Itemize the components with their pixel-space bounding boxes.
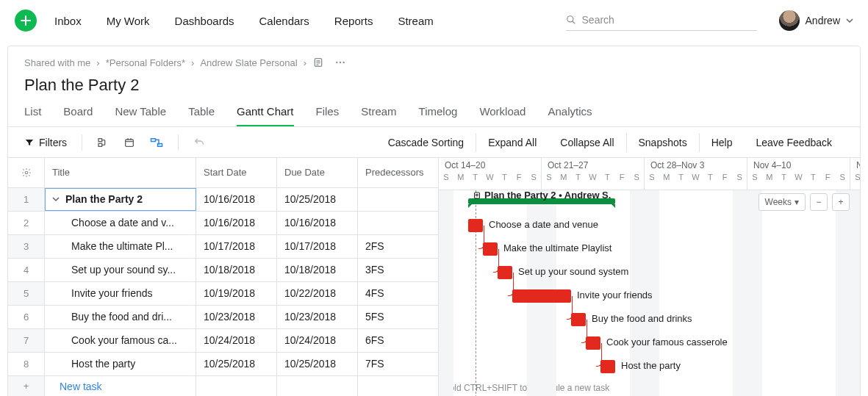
breadcrumb-item[interactable]: Shared with me (24, 57, 90, 68)
nav-inbox[interactable]: Inbox (54, 15, 82, 27)
predecessor-cell[interactable] (358, 212, 437, 234)
task-title-cell[interactable]: Buy the food and dri... (45, 306, 196, 328)
table-row[interactable]: 3Make the ultimate Pl...10/17/201810/17/… (8, 235, 438, 259)
due-date-cell[interactable]: 10/25/2018 (277, 188, 358, 211)
due-date-cell[interactable]: 10/24/2018 (277, 329, 358, 352)
search-placeholder: Search (582, 14, 614, 26)
week-label: Oct 28–Nov 3 (645, 158, 747, 173)
col-start[interactable]: Start Date (196, 158, 277, 187)
col-due[interactable]: Due Date (277, 158, 358, 187)
more-icon[interactable] (334, 57, 346, 68)
start-date-cell[interactable]: 10/16/2018 (196, 212, 277, 234)
description-icon[interactable] (312, 57, 324, 68)
task-title-cell[interactable]: Invite your friends (45, 282, 196, 305)
table-row[interactable]: 1Plan the Party 210/16/201810/25/2018 (8, 188, 438, 212)
due-date-cell[interactable]: 10/25/2018 (277, 353, 358, 375)
predecessor-cell[interactable] (358, 188, 437, 211)
zoom-out-button[interactable]: − (810, 193, 828, 211)
tab-newtable[interactable]: New Table (115, 105, 166, 126)
predecessor-cell[interactable]: 6FS (358, 329, 437, 352)
dependencies-icon[interactable] (150, 137, 163, 148)
cascade-sorting-button[interactable]: Cascade Sorting (376, 133, 476, 152)
grid-settings-icon[interactable] (8, 158, 45, 187)
task-title-cell[interactable]: Choose a date and v... (45, 212, 196, 234)
row-number: 3 (8, 235, 45, 258)
start-date-cell[interactable]: 10/24/2018 (196, 329, 277, 352)
table-row[interactable]: 7Cook your famous ca...10/24/201810/24/2… (8, 329, 438, 353)
tab-board[interactable]: Board (63, 105, 93, 126)
svg-point-7 (340, 62, 341, 63)
tab-timelog[interactable]: Timelog (419, 105, 458, 126)
breadcrumb-item[interactable]: *Personal Folders* (106, 57, 185, 68)
predecessor-cell[interactable]: 3FS (358, 259, 437, 281)
create-button[interactable] (15, 10, 37, 32)
due-date-cell[interactable]: 10/17/2018 (277, 235, 358, 258)
task-title-cell[interactable]: Cook your famous ca... (45, 329, 196, 352)
due-date-cell[interactable]: 10/18/2018 (277, 259, 358, 281)
dependency-arrow (567, 296, 573, 320)
predecessor-cell[interactable]: 7FS (358, 353, 437, 375)
expand-all-button[interactable]: Expand All (476, 133, 548, 152)
expand-tree-icon[interactable] (97, 137, 109, 148)
search-input[interactable]: Search (566, 11, 757, 31)
new-task-link[interactable]: New task (45, 376, 196, 396)
task-bar[interactable] (512, 289, 571, 303)
filters-button[interactable]: Filters (24, 137, 67, 148)
predecessor-cell[interactable]: 2FS (358, 235, 437, 258)
due-date-cell[interactable]: 10/16/2018 (277, 212, 358, 234)
help-button[interactable]: Help (699, 133, 745, 152)
nav-reports[interactable]: Reports (334, 15, 373, 27)
nav-mywork[interactable]: My Work (107, 15, 150, 27)
predecessor-cell[interactable]: 5FS (358, 306, 437, 328)
table-row[interactable]: 6Buy the food and dri...10/23/201810/23/… (8, 306, 438, 329)
bar-label: Set up your sound system (518, 266, 628, 277)
start-date-cell[interactable]: 10/23/2018 (196, 306, 277, 328)
task-title-cell[interactable]: Host the party (45, 353, 196, 375)
tab-analytics[interactable]: Analytics (548, 105, 592, 126)
col-pred[interactable]: Predecessors (358, 158, 437, 187)
predecessor-cell[interactable]: 4FS (358, 282, 437, 305)
task-title-cell[interactable]: Make the ultimate Pl... (45, 235, 196, 258)
user-name: Andrew (806, 15, 840, 26)
calendar-icon[interactable] (123, 137, 135, 148)
table-row[interactable]: 5Invite your friends10/19/201810/22/2018… (8, 282, 438, 306)
tab-files[interactable]: Files (316, 105, 340, 126)
collapse-all-button[interactable]: Collapse All (548, 133, 625, 152)
start-date-cell[interactable]: 10/19/2018 (196, 282, 277, 305)
tab-stream[interactable]: Stream (361, 105, 396, 126)
undo-icon[interactable] (193, 137, 205, 148)
due-date-cell[interactable]: 10/22/2018 (277, 282, 358, 305)
start-date-cell[interactable]: 10/16/2018 (196, 188, 277, 211)
start-date-cell[interactable]: 10/18/2018 (196, 259, 277, 281)
tab-list[interactable]: List (24, 105, 41, 126)
breadcrumb-item[interactable]: Andrew Slate Personal (200, 57, 297, 68)
leave-feedback-button[interactable]: Leave Feedback (744, 133, 844, 152)
table-row[interactable]: 2Choose a date and v...10/16/201810/16/2… (8, 212, 438, 235)
dependency-arrow (493, 249, 499, 273)
nav-dashboards[interactable]: Dashboards (175, 15, 234, 27)
tab-gantt[interactable]: Gantt Chart (237, 105, 294, 126)
table-row[interactable]: 8Host the party10/25/201810/25/20187FS (8, 353, 438, 376)
task-title-cell[interactable]: Set up your sound sy... (45, 259, 196, 281)
user-menu[interactable]: Andrew (779, 10, 853, 31)
start-date-cell[interactable]: 10/25/2018 (196, 353, 277, 375)
nav-stream[interactable]: Stream (398, 15, 433, 27)
snapshots-button[interactable]: Snapshots (626, 133, 699, 152)
tab-table[interactable]: Table (188, 105, 215, 126)
nav-calendars[interactable]: Calendars (259, 15, 309, 27)
row-number: 8 (8, 353, 45, 375)
collapse-icon[interactable] (52, 195, 60, 203)
zoom-in-button[interactable]: + (832, 193, 850, 211)
col-title[interactable]: Title (45, 158, 196, 187)
bar-label: Choose a date and venue (489, 219, 598, 230)
add-task-icon[interactable]: + (8, 376, 45, 396)
tab-workload[interactable]: Workload (479, 105, 526, 126)
bar-label: Buy the food and drinks (592, 313, 692, 324)
dependency-arrow (508, 273, 514, 296)
scale-selector[interactable]: Weeks▾ (758, 193, 806, 211)
task-title-cell[interactable]: Plan the Party 2 (45, 188, 196, 211)
table-row[interactable]: 4Set up your sound sy...10/18/201810/18/… (8, 259, 438, 282)
svg-rect-12 (151, 138, 156, 141)
due-date-cell[interactable]: 10/23/2018 (277, 306, 358, 328)
start-date-cell[interactable]: 10/17/2018 (196, 235, 277, 258)
